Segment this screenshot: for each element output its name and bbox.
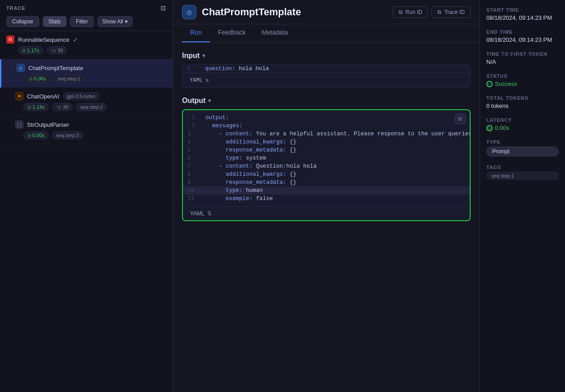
type-row: TYPE Prompt (486, 139, 559, 156)
output-line-4: 4 additional_kwargs: {} (183, 138, 470, 146)
chat-prompt-time-badge: ⊙ 0.00s (25, 75, 50, 83)
latency-row: LATENCY ⊙ 0.00s (486, 117, 559, 131)
component-title: ChatPromptTemplate (202, 6, 393, 18)
tab-run[interactable]: Run (182, 24, 210, 42)
input-code-block: 1 question: hola hola YAML ⇅ (182, 64, 471, 88)
output-lines: ▾ 1 output: ▾ 2 messages: 3 - content: Y… (183, 110, 470, 206)
runnable-sequence-time-badge: ⊙ 1.17s (18, 46, 43, 54)
time-to-first-token-row: TIME TO FIRST TOKEN N/A (486, 51, 559, 65)
sidebar-toolbar: Collapse Stats Filter Show All ▾ (6, 16, 166, 27)
copy-output-button[interactable]: ⧉ (454, 114, 466, 124)
sidebar-header: TRACE ⊡ Collapse Stats Filter Show All ▾ (0, 0, 173, 31)
sidebar: TRACE ⊡ Collapse Stats Filter Show All ▾… (0, 0, 173, 392)
copy-trace-id-icon: ⧉ (437, 9, 441, 15)
tags-value: seq:step:1 (486, 172, 559, 180)
total-tokens-row: TOTAL TOKENS 0 tokens (486, 95, 559, 109)
collapse-button[interactable]: Collapse (6, 16, 39, 27)
runnable-sequence-icon: R (6, 36, 14, 44)
sidebar-item-chat-prompt-template[interactable]: ◎ ChatPromptTemplate ⊙ 0.00s seq:step:1 (0, 59, 173, 88)
chevron-down-icon: ▾ (125, 18, 128, 25)
runnable-sequence-check-icon: ✓ (73, 36, 78, 43)
sidebar-item-str-output-parser[interactable]: [ ] StrOutputParser ⊙ 0.00s seq:step:3 (0, 116, 173, 144)
time-to-first-token-label: TIME TO FIRST TOKEN (486, 51, 559, 57)
expand-icon[interactable]: ⊡ (160, 4, 166, 12)
runnable-sequence-name: RunnableSequence (18, 36, 69, 43)
content-area: Input ▾ 1 question: hola hola YAML ⇅ Out… (173, 43, 480, 392)
input-sort-icon[interactable]: ⇅ (205, 77, 209, 84)
runnable-sequence-token-badge: ⌥ 39 (47, 46, 67, 54)
time-dot-icon: ⊙ (22, 48, 26, 53)
str-output-name: StrOutputParser (27, 121, 69, 128)
output-line-2: ▾ 2 messages: (183, 122, 470, 130)
token-icon2: ⌥ (56, 105, 62, 110)
chat-openai-time-badge: ⊙ 1.14s (23, 103, 49, 111)
output-line-11: 11 example: false (183, 195, 470, 203)
stats-button[interactable]: Stats (43, 16, 67, 27)
output-line-8: 8 additional_kwargs: {} (183, 170, 470, 178)
input-line-1: 1 question: hola hola (182, 65, 470, 73)
latency-value: ⊙ 0.00s (486, 125, 559, 131)
input-section: Input ▾ 1 question: hola hola YAML ⇅ (182, 52, 471, 88)
output-line-5: 5 response_metadata: {} (183, 146, 470, 154)
show-all-label: Show All (102, 18, 123, 25)
chat-openai-icon: ✦ (15, 92, 23, 100)
status-label: STATUS (486, 73, 559, 79)
output-line-6: 6 type: system (183, 154, 470, 162)
start-time-row: START TIME 08/18/2024, 09:14:23 PM (486, 7, 559, 21)
tags-label: TAGS (486, 165, 559, 170)
end-time-row: END TIME 08/18/2024, 09:14:23 PM (486, 29, 559, 43)
trace-id-label: Trace ID (444, 9, 465, 15)
filter-button[interactable]: Filter (70, 16, 94, 27)
trace-title: TRACE (6, 5, 26, 11)
run-id-label: Run ID (405, 9, 422, 15)
chat-openai-token-badge: ⌥ 39 (52, 103, 72, 111)
start-time-label: START TIME (486, 7, 559, 13)
status-row: STATUS ✓ Success (486, 73, 559, 87)
output-line-9: 9 response_metadata: {} (183, 178, 470, 187)
tab-metadata[interactable]: Metadata (254, 24, 296, 42)
input-yaml-label: YAML (190, 77, 203, 84)
chat-prompt-seq-badge: seq:step:1 (53, 75, 85, 83)
chat-prompt-icon: ◎ (17, 64, 25, 72)
time-to-first-token-value: N/A (486, 58, 559, 65)
sidebar-item-runnable-sequence[interactable]: R RunnableSequence ✓ ⊙ 1.17s ⌥ 39 (0, 31, 173, 59)
status-check-icon: ✓ (486, 81, 493, 87)
status-value: ✓ Success (486, 80, 559, 87)
component-icon: ◎ (182, 5, 196, 19)
tags-row: TAGS seq:step:1 (486, 165, 559, 180)
trace-id-button[interactable]: ⧉ Trace ID (432, 6, 471, 18)
end-time-value: 08/18/2024, 09:14:23 PM (486, 36, 559, 43)
time-dot-icon3: ⊙ (27, 105, 31, 110)
sidebar-item-chat-openai[interactable]: ✦ ChatOpenAI gpt-3.5-turbo ⊙ 1.14s ⌥ 39 … (0, 88, 173, 116)
run-id-button[interactable]: ⧉ Run ID (393, 6, 428, 18)
input-code-footer: YAML ⇅ (182, 73, 470, 87)
time-dot-icon2: ⊙ (29, 76, 32, 81)
latency-dot-icon: ⊙ (486, 125, 493, 131)
tab-feedback[interactable]: Feedback (210, 24, 254, 42)
chat-openai-name: ChatOpenAI (27, 93, 59, 100)
output-line-1: ▾ 1 output: (183, 114, 470, 122)
output-section: Output ▾ ⧉ ▾ 1 output: ▾ 2 messages: (182, 97, 471, 221)
total-tokens-label: TOTAL TOKENS (486, 95, 559, 101)
output-sort-icon[interactable]: ⇅ (207, 210, 212, 217)
output-code-block: ⧉ ▾ 1 output: ▾ 2 messages: 3 (182, 109, 471, 221)
output-title: Output (182, 97, 205, 105)
latency-label: LATENCY (486, 117, 559, 123)
output-line-3: 3 - content: You are a helpful assistant… (183, 130, 470, 138)
copy-run-id-icon: ⧉ (399, 9, 403, 15)
time-dot-icon4: ⊙ (27, 133, 31, 138)
show-all-button[interactable]: Show All ▾ (98, 16, 133, 27)
main-header: ◎ ChatPromptTemplate ⧉ Run ID ⧉ Trace ID (173, 0, 480, 24)
output-line-10: 10 type: human (183, 187, 470, 195)
main-content: ◎ ChatPromptTemplate ⧉ Run ID ⧉ Trace ID… (173, 0, 480, 392)
output-section-header[interactable]: Output ▾ (182, 97, 471, 105)
start-time-value: 08/18/2024, 09:14:23 PM (486, 14, 559, 21)
input-section-header[interactable]: Input ▾ (182, 52, 471, 60)
type-value: Prompt (486, 147, 559, 156)
tabs: Run Feedback Metadata (173, 24, 480, 43)
str-output-time-badge: ⊙ 0.00s (23, 131, 49, 139)
output-line-7: 7 - content: Question:hola hola (183, 162, 470, 170)
type-label: TYPE (486, 139, 559, 145)
chat-prompt-name: ChatPromptTemplate (28, 65, 83, 71)
chat-openai-model-badge: gpt-3.5-turbo (63, 92, 99, 100)
